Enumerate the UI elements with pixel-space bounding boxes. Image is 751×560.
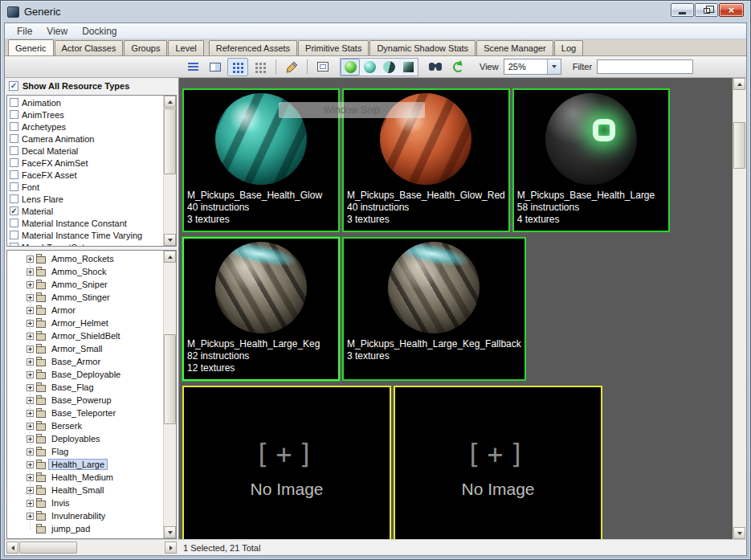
tree-item[interactable]: Ammo_Shock xyxy=(7,265,162,278)
tree-item[interactable]: Flag xyxy=(7,445,162,458)
resource-list-scrollbar[interactable] xyxy=(163,96,176,246)
expander-icon[interactable] xyxy=(27,255,34,263)
expander-icon[interactable] xyxy=(27,513,34,520)
tree-item[interactable]: Ammo_Sniper xyxy=(7,278,162,291)
resource-type-row[interactable]: Camera Animation xyxy=(7,133,162,145)
tree-scrollbar[interactable] xyxy=(163,251,176,538)
no-image-tile[interactable]: [+] No Image xyxy=(182,386,391,539)
expander-icon[interactable] xyxy=(27,371,34,378)
scroll-up-button[interactable] xyxy=(733,78,745,90)
tree-item[interactable]: Base_Powerup xyxy=(7,394,162,407)
resource-type-row[interactable]: Font xyxy=(7,181,162,193)
resource-type-checkbox[interactable] xyxy=(10,110,18,119)
resource-type-checkbox[interactable] xyxy=(10,98,18,107)
tree-item[interactable]: Invulnerability xyxy=(7,509,162,522)
scrollbar-thumb[interactable] xyxy=(19,542,77,554)
zoom-dropdown[interactable]: 25% xyxy=(504,59,561,75)
tab[interactable]: Actor Classes xyxy=(55,40,124,55)
tree-item[interactable]: Ammo_Stinger xyxy=(7,291,162,304)
search-button[interactable] xyxy=(425,58,446,76)
tab[interactable]: Generic xyxy=(8,39,54,55)
show-all-checkbox[interactable] xyxy=(9,81,18,91)
canvas-scrollbar[interactable] xyxy=(733,78,746,539)
scroll-down-button[interactable] xyxy=(733,527,745,539)
asset-tile[interactable]: M_Pickups_Base_Health_Large 58 instructi… xyxy=(512,88,670,232)
expander-icon[interactable] xyxy=(27,500,34,507)
tab[interactable]: Scene Manager xyxy=(476,40,553,55)
expander-icon[interactable] xyxy=(27,345,34,353)
tree-item[interactable]: Berserk xyxy=(7,419,162,432)
scroll-up-button[interactable] xyxy=(164,251,176,263)
tree-item[interactable]: Health_Small xyxy=(7,484,162,497)
expander-icon[interactable] xyxy=(27,358,34,366)
tree-item[interactable]: Base_Teleporter xyxy=(7,407,162,419)
resource-type-checkbox[interactable] xyxy=(10,194,18,203)
resource-type-checkbox[interactable] xyxy=(10,158,18,167)
thumbnail-view-button[interactable] xyxy=(227,58,248,76)
expander-icon[interactable] xyxy=(27,384,34,391)
tab[interactable]: Primitive Stats xyxy=(298,40,369,55)
resource-type-row[interactable]: Material Instance Constant xyxy=(7,217,162,229)
tab[interactable]: Level xyxy=(168,40,203,55)
tree-item[interactable]: Armor_Small xyxy=(7,342,162,355)
expander-icon[interactable] xyxy=(27,435,34,443)
resource-type-row[interactable]: Material Instance Time Varying xyxy=(7,229,162,241)
expander-icon[interactable] xyxy=(27,448,34,456)
expander-icon[interactable] xyxy=(27,397,34,404)
tab[interactable]: Dynamic Shadow Stats xyxy=(369,40,475,55)
resource-type-checkbox[interactable] xyxy=(10,170,18,179)
expander-icon[interactable] xyxy=(27,268,34,276)
sphere-preview-button[interactable] xyxy=(341,59,360,76)
tree-item[interactable]: Health_Large xyxy=(7,458,162,471)
resource-type-row[interactable]: Lens Flare xyxy=(7,193,162,205)
expander-icon[interactable] xyxy=(27,487,34,494)
expander-icon[interactable] xyxy=(27,281,34,288)
asset-tile[interactable]: M_Pickups_Health_Large_Keg_Fallback 3 te… xyxy=(342,237,526,381)
tree-item[interactable]: Health_Medium xyxy=(7,471,162,484)
tab[interactable]: Groups xyxy=(124,40,167,55)
resource-type-checkbox[interactable] xyxy=(10,182,18,191)
resource-type-checkbox[interactable] xyxy=(10,146,18,155)
scroll-down-button[interactable] xyxy=(164,234,176,246)
dropdown-button[interactable] xyxy=(547,59,561,74)
tree-item[interactable]: jump_pad xyxy=(7,522,162,535)
expander-icon[interactable] xyxy=(27,461,34,468)
resource-type-checkbox[interactable] xyxy=(10,206,18,215)
expander-icon[interactable] xyxy=(27,474,34,481)
resource-type-checkbox[interactable] xyxy=(10,219,18,227)
tab[interactable]: Referenced Assets xyxy=(209,40,297,55)
tree-item[interactable]: Armor_Helmet xyxy=(7,317,162,329)
titlebar[interactable]: Generic × xyxy=(1,1,750,22)
cylinder-preview-button[interactable] xyxy=(379,59,398,76)
no-image-tile[interactable]: [+] No Image xyxy=(394,386,602,539)
menu-item[interactable]: Docking xyxy=(75,24,124,39)
tab[interactable]: Log xyxy=(554,40,583,55)
expander-icon[interactable] xyxy=(27,410,34,417)
expander-icon[interactable] xyxy=(27,294,34,301)
resource-type-row[interactable]: FaceFX AnimSet xyxy=(7,157,162,169)
paint-button[interactable] xyxy=(281,58,302,76)
tree-horizontal-scrollbar[interactable] xyxy=(6,542,177,554)
tree-item[interactable]: Base_Flag xyxy=(7,381,162,394)
minimize-button[interactable] xyxy=(671,3,694,17)
scrollbar-thumb[interactable] xyxy=(164,108,176,174)
expander-icon[interactable] xyxy=(27,320,34,327)
tree-item[interactable]: Base_Armor xyxy=(7,355,162,368)
resource-type-checkbox[interactable] xyxy=(10,122,18,131)
asset-tile[interactable]: M_Pickups_Health_Large_Keg 82 instructio… xyxy=(182,237,340,381)
scrollbar-thumb[interactable] xyxy=(733,122,745,169)
split-view-button[interactable] xyxy=(205,58,226,76)
filter-input[interactable] xyxy=(597,59,693,74)
scroll-up-button[interactable] xyxy=(164,96,176,108)
preview-frame-button[interactable] xyxy=(312,58,333,76)
tree-item[interactable]: Armor xyxy=(7,304,162,317)
resource-type-checkbox[interactable] xyxy=(10,231,18,239)
tree-item[interactable]: Ammo_Rockets xyxy=(7,252,162,265)
scroll-down-button[interactable] xyxy=(164,526,176,538)
expander-icon[interactable] xyxy=(27,307,34,314)
small-thumbnail-view-button[interactable] xyxy=(250,58,271,76)
list-view-button[interactable] xyxy=(182,58,203,76)
close-button[interactable]: × xyxy=(719,3,744,17)
restore-button[interactable] xyxy=(695,3,718,17)
tree-item[interactable]: Base_Deployable xyxy=(7,368,162,381)
